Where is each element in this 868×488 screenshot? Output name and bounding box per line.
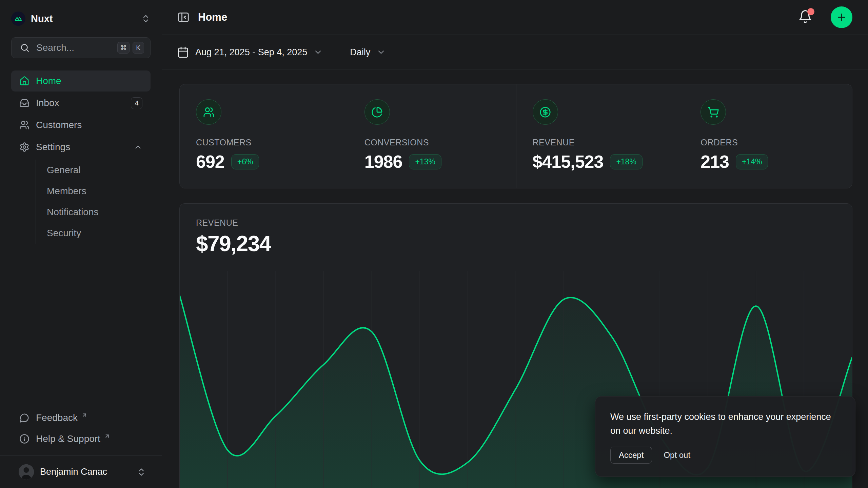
collapse-sidebar-icon[interactable] (177, 11, 190, 24)
sidebar-item-security[interactable]: Security (36, 223, 151, 244)
sidebar-item-settings[interactable]: Settings (11, 137, 151, 158)
cookie-optout-button[interactable]: Opt out (664, 450, 690, 460)
avatar (19, 464, 34, 480)
stat-card-revenue[interactable]: REVENUE $415,523 +18% (516, 84, 684, 188)
inbox-icon (19, 98, 29, 108)
info-icon (19, 434, 29, 444)
notifications-button[interactable] (798, 9, 812, 25)
workspace-switcher[interactable]: Nuxt (11, 12, 53, 26)
chevron-down-icon (376, 47, 386, 57)
cart-icon (701, 99, 726, 125)
sidebar-item-label: Customers (36, 120, 142, 130)
stats-cards: CUSTOMERS 692 +6% CONVERSIONS 1986 +13% (179, 84, 852, 188)
sidebar-item-label: Inbox (36, 98, 124, 108)
gear-icon (19, 142, 29, 152)
help-support-link[interactable]: Help & Support (11, 428, 151, 449)
kbd-cmd: ⌘ (117, 42, 130, 54)
calendar-icon (177, 46, 189, 58)
user-name: Benjamin Canac (40, 467, 131, 477)
revenue-chart-value: $79,234 (196, 231, 836, 256)
add-button[interactable] (831, 6, 852, 28)
sidebar-item-label: Settings (36, 142, 127, 152)
users-icon (19, 120, 29, 130)
sub-item-label: Members (47, 186, 86, 197)
search-input[interactable] (36, 42, 111, 53)
stat-value: $415,523 (533, 151, 604, 172)
sidebar-item-label: Home (36, 76, 142, 86)
stat-value: 1986 (364, 151, 402, 172)
chat-bubble-icon (19, 413, 29, 423)
external-link-icon (104, 433, 110, 439)
sidebar-item-general[interactable]: General (36, 160, 151, 181)
stat-label: CONVERSIONS (364, 138, 500, 147)
period-label: Daily (350, 47, 370, 58)
stat-label: CUSTOMERS (196, 138, 332, 147)
home-icon (19, 76, 29, 86)
sidebar-nav: Home Inbox 4 Customers Settings (11, 70, 151, 407)
stat-delta-badge: +13% (409, 154, 441, 169)
cookie-message: We use first-party cookies to enhance yo… (610, 410, 840, 438)
sub-item-label: Notifications (47, 207, 99, 218)
pie-chart-icon (364, 99, 390, 125)
sidebar-footer: Feedback Help & Support (11, 407, 151, 449)
stat-card-customers[interactable]: CUSTOMERS 692 +6% (180, 84, 348, 188)
stat-label: ORDERS (701, 138, 836, 147)
sub-item-label: General (47, 165, 81, 176)
page-title: Home (198, 11, 790, 23)
stat-value: 213 (701, 151, 729, 172)
stat-label: REVENUE (533, 138, 668, 147)
footer-item-label: Help & Support (36, 433, 100, 444)
circle-dollar-icon (533, 99, 558, 125)
stat-delta-badge: +14% (736, 154, 768, 169)
chevrons-up-down-icon[interactable] (141, 14, 151, 23)
nuxt-logo-icon (11, 12, 25, 26)
workspace-name: Nuxt (31, 13, 53, 24)
inbox-count-badge: 4 (131, 97, 142, 109)
search-box[interactable]: ⌘ K (11, 37, 151, 58)
toolbar: Aug 21, 2025 - Sep 4, 2025 Daily (162, 35, 868, 70)
chevron-down-icon (313, 47, 323, 57)
date-range-label: Aug 21, 2025 - Sep 4, 2025 (195, 47, 307, 58)
settings-subnav: General Members Notifications Security (36, 160, 151, 244)
notification-dot (807, 8, 814, 15)
page-header: Home (162, 0, 868, 35)
sidebar-item-members[interactable]: Members (36, 181, 151, 202)
users-icon (196, 99, 221, 125)
stat-card-conversions[interactable]: CONVERSIONS 1986 +13% (348, 84, 516, 188)
feedback-link[interactable]: Feedback (11, 407, 151, 428)
workspace-row: Nuxt (0, 0, 162, 35)
stat-delta-badge: +18% (610, 154, 642, 169)
revenue-chart-label: REVENUE (196, 218, 836, 228)
cookie-banner: We use first-party cookies to enhance yo… (595, 396, 855, 477)
sidebar-item-home[interactable]: Home (11, 70, 151, 92)
user-menu[interactable]: Benjamin Canac (0, 455, 162, 488)
footer-item-label: Feedback (36, 412, 78, 423)
sidebar-item-customers[interactable]: Customers (11, 115, 151, 136)
chevron-up-icon (134, 143, 142, 151)
search-shortcut: ⌘ K (117, 42, 144, 54)
sidebar-item-notifications[interactable]: Notifications (36, 202, 151, 223)
period-select[interactable]: Daily (350, 47, 386, 58)
external-link-icon (81, 412, 87, 418)
stat-value: 692 (196, 151, 224, 172)
stat-delta-badge: +6% (231, 154, 259, 169)
chevrons-up-down-icon (137, 467, 146, 477)
date-range-picker[interactable]: Aug 21, 2025 - Sep 4, 2025 (177, 46, 323, 58)
cookie-accept-button[interactable]: Accept (610, 447, 652, 464)
sidebar: Nuxt ⌘ K Home (0, 0, 162, 488)
stat-card-orders[interactable]: ORDERS 213 +14% (684, 84, 852, 188)
search-icon (20, 43, 30, 53)
sidebar-item-inbox[interactable]: Inbox 4 (11, 93, 151, 114)
sub-item-label: Security (47, 228, 81, 239)
kbd-k: K (133, 42, 144, 54)
